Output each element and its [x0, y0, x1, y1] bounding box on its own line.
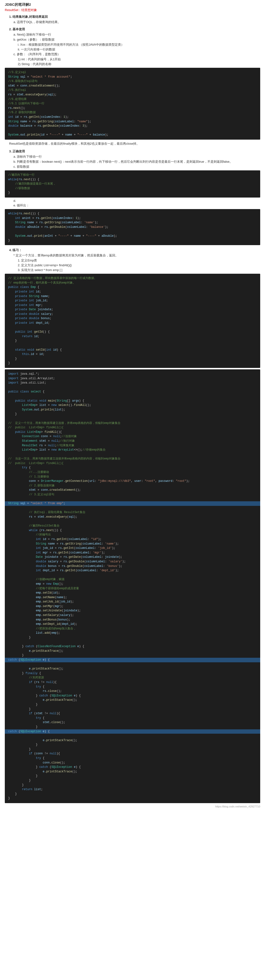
- section-3: 3. 正确使用 a. 游标向下移动一行 b. 判断是否有数据：boolean n…: [5, 149, 260, 245]
- subtitle: ResultSet：结里想对象: [5, 8, 260, 12]
- code-block-1: //3.定义sql String sql = "select * from ac…: [5, 68, 260, 140]
- section3-a: a. 游标向下移动一行: [13, 154, 260, 159]
- code-block-emp-comment: // 定义表格的每一行数据，即向数据库表中添加的每一行成为数据。 // emp表…: [5, 274, 260, 368]
- section2-a: a. Next() 游标向下移动一行: [13, 32, 260, 37]
- section-1: 1. 结果集对象,封装结果返回 a. 适用于DQL，存储查询的结果。: [5, 15, 260, 24]
- section4-title: 4. 练习：: [9, 248, 260, 252]
- section3-e: e. 循环出：: [13, 203, 260, 208]
- section2-b-i: i. Xxx：根据数据类型的不同使用不同的方法 （按照JAVA中的数据类型定类）: [18, 43, 260, 47]
- section4-intro: * 定义一个方法，查询emp表的数据将其封装为对象，然后装载集合，返回。: [13, 253, 260, 258]
- code-block-loop: while(rs.next()) { int anint = rs.getInt…: [5, 209, 260, 245]
- section2-b-ii: ii. 一次只向前移一行的数据: [18, 47, 260, 52]
- section3-b: b. 判断是否有数据：boolean next()：next表示当前一行内容，向…: [13, 159, 260, 164]
- section1-a: a. 适用于DQL，存储查询的结果。: [13, 20, 260, 24]
- code-block-while1: //遍历向下移动一行 while(rs.next()) { //遍历到数据是最后…: [5, 170, 260, 197]
- section4-sub1: 1. 定义Emp类: [18, 258, 260, 262]
- section2-c-1: 1) int：代表列的编号，从1开始: [18, 57, 260, 62]
- section2-title: 2. 基本使用: [9, 27, 260, 32]
- page-wrapper: JDBC的笔详解2 ResultSet：结里想对象 1. 结果集对象,封装结果返…: [0, 0, 265, 816]
- section2-b: b. getXxx（参数）：获取数据: [13, 38, 260, 42]
- section3-title: 3. 正确使用: [9, 149, 260, 154]
- page-title: JDBC的笔详解2: [5, 2, 260, 7]
- section-4: 4. 练习： * 定义一个方法，查询emp表的数据将其封装为对象，然后装载集合，…: [5, 248, 260, 808]
- section3-d: d.: [13, 199, 260, 203]
- subtitle-label: ResultSet：: [5, 8, 21, 12]
- blog-footer: https://blog.csdn.net/weixin_42927710: [5, 805, 260, 808]
- section4-sub2: 2. 定义方法 public List<emp> findAll(){}: [18, 263, 260, 267]
- section2-note: ResultSet也是借助资源存储，在最后的finally模块，和其他2也义量放…: [9, 141, 260, 146]
- section1-title: 1. 结果集对象,封装结果返回: [9, 15, 260, 19]
- section4-sub3: 3. 实现方法 select * from emp [ ]: [18, 268, 260, 272]
- subtitle-link[interactable]: 结里想对象: [21, 8, 37, 12]
- section2-c-2: 2) String：代表列的名称: [18, 62, 260, 66]
- code-block-select: import java.sql.*; import java.util.Arra…: [5, 369, 260, 803]
- section-2: 2. 基本使用 a. Next() 游标向下移动一行 b. getXxx（参数）…: [5, 27, 260, 146]
- section2-c: c. 参数：（列序列号，是数范围）: [13, 52, 260, 56]
- section3-c: c. 获取数据: [13, 165, 260, 169]
